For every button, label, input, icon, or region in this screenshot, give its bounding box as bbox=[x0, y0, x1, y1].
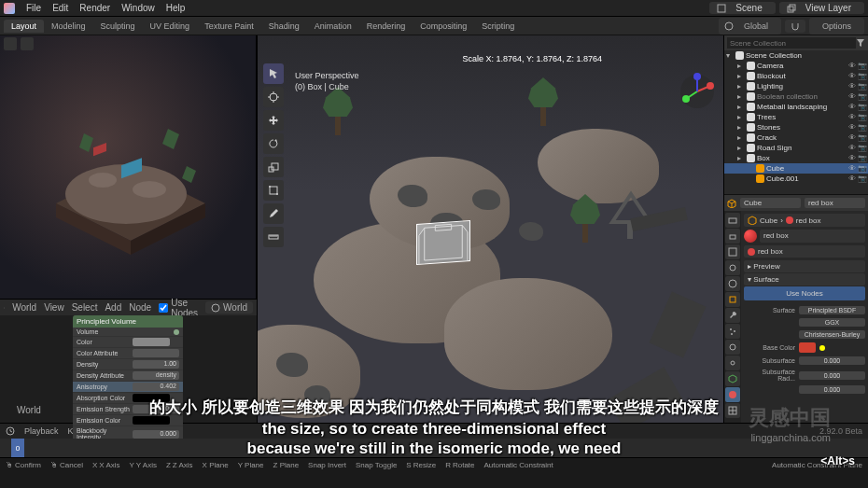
tl-playback[interactable]: Playback bbox=[24, 426, 59, 436]
outliner-item-road-sign[interactable]: ▸Road Sign👁📷 bbox=[724, 143, 868, 153]
3d-viewport[interactable]: Scale X: 1.8764, Y: 1.8764, Z: 1.8764 Us… bbox=[257, 35, 723, 423]
menu-render[interactable]: Render bbox=[74, 3, 116, 13]
ptab-material[interactable] bbox=[725, 387, 740, 402]
outliner-item-cube-001[interactable]: Cube.001👁📷 bbox=[724, 174, 868, 184]
ptab-particles[interactable] bbox=[725, 324, 740, 339]
outliner-item-trees[interactable]: ▸Trees👁📷 bbox=[724, 112, 868, 122]
material-selector[interactable]: red box bbox=[744, 245, 865, 258]
tab-compositing[interactable]: Compositing bbox=[413, 20, 474, 33]
menu-edit[interactable]: Edit bbox=[47, 3, 74, 13]
use-nodes-input[interactable] bbox=[159, 303, 168, 313]
options-dropdown[interactable]: Options bbox=[809, 18, 864, 35]
filter-icon[interactable] bbox=[856, 38, 865, 48]
world-slot[interactable]: World bbox=[205, 301, 253, 314]
menu-help[interactable]: Help bbox=[161, 3, 191, 13]
tool-select[interactable] bbox=[263, 63, 284, 84]
preview-editor-type[interactable] bbox=[4, 37, 17, 50]
shader-add[interactable]: Add bbox=[105, 302, 121, 313]
use-nodes-button[interactable]: Use Nodes bbox=[744, 286, 865, 300]
app-logo[interactable] bbox=[4, 3, 15, 14]
shader-world-btn[interactable]: World bbox=[12, 302, 36, 313]
outliner-item-boolean-collection[interactable]: ▸Boolean collection👁📷 bbox=[724, 91, 868, 102]
orientation-dropdown[interactable]: Global bbox=[719, 18, 781, 35]
active-object-name[interactable]: Cube bbox=[740, 198, 801, 208]
ptab-viewlayer[interactable] bbox=[725, 244, 740, 259]
outliner-item-crack[interactable]: ▸Crack👁📷 bbox=[724, 132, 868, 143]
outliner-item-metaball-landscaping[interactable]: ▸Metaball landscaping👁📷 bbox=[724, 102, 868, 112]
prop-sss-method[interactable]: Christensen-Burley bbox=[744, 328, 865, 341]
node-row-colorattr[interactable]: Color Attribute bbox=[73, 348, 183, 359]
ptab-world[interactable] bbox=[725, 276, 740, 291]
ptab-object[interactable] bbox=[725, 292, 740, 307]
node-row-anisotropy[interactable]: Anisotropy0.402 bbox=[73, 382, 183, 393]
tab-rendering[interactable]: Rendering bbox=[359, 20, 413, 33]
principled-volume-node[interactable]: Principled Volume Volume Color Color Att… bbox=[73, 315, 183, 453]
outliner-scene-collection[interactable]: ▾Scene Collection bbox=[724, 50, 868, 61]
ptab-data[interactable] bbox=[725, 371, 740, 386]
properties-breadcrumb[interactable]: Cube › red box bbox=[744, 214, 865, 227]
tab-sculpting[interactable]: Sculpting bbox=[93, 20, 143, 33]
node-row-color[interactable]: Color bbox=[73, 337, 183, 348]
node-row-emstrength[interactable]: Emission Strength0.000 bbox=[73, 404, 183, 415]
tab-texpaint[interactable]: Texture Paint bbox=[197, 20, 261, 33]
prop-basecolor[interactable]: Base Color bbox=[744, 341, 865, 355]
preview-viewport[interactable] bbox=[0, 35, 257, 299]
node-row-density[interactable]: Density1.00 bbox=[73, 359, 183, 370]
ptab-scene[interactable] bbox=[725, 260, 740, 275]
shader-node[interactable]: Node bbox=[129, 302, 151, 313]
material-name-field[interactable]: red box bbox=[760, 230, 865, 243]
outliner-item-blockout[interactable]: ▸Blockout👁📷 bbox=[724, 71, 868, 81]
tab-animation[interactable]: Animation bbox=[307, 20, 359, 33]
timeline-track[interactable]: 0 bbox=[0, 439, 868, 457]
tool-rotate[interactable] bbox=[263, 133, 284, 154]
tool-scale[interactable] bbox=[263, 157, 284, 177]
tab-shading[interactable]: Shading bbox=[261, 20, 307, 33]
node-row-densityattr[interactable]: Density Attributedensity bbox=[73, 370, 183, 382]
output-socket-dot[interactable] bbox=[174, 329, 179, 335]
world-icon[interactable] bbox=[4, 303, 5, 313]
prop-surface[interactable]: SurfacePrincipled BSDF bbox=[744, 304, 865, 316]
outliner[interactable]: ▾Scene Collection ▸Camera👁📷▸Blockout👁📷▸L… bbox=[724, 35, 868, 194]
nav-gizmo[interactable] bbox=[679, 73, 716, 110]
material-preview-sphere[interactable] bbox=[744, 230, 757, 243]
node-row-emcolor[interactable]: Emission Color bbox=[73, 415, 183, 426]
viewlayer-selector[interactable]: View Layer bbox=[779, 2, 864, 14]
preview-mode[interactable] bbox=[21, 37, 34, 50]
node-editor[interactable]: Principled Volume Volume Color Color Att… bbox=[0, 315, 257, 423]
tab-uv[interactable]: UV Editing bbox=[143, 20, 198, 33]
prop-subsurface[interactable]: Subsurface0.000 bbox=[744, 355, 865, 367]
prop-sss-radius[interactable]: Subsurface Rad...0.000 bbox=[744, 367, 865, 383]
outliner-item-lighting[interactable]: ▸Lighting👁📷 bbox=[724, 81, 868, 91]
ptab-physics[interactable] bbox=[725, 340, 740, 355]
tool-measure[interactable] bbox=[263, 227, 284, 247]
ptab-modifiers[interactable] bbox=[725, 308, 740, 323]
outliner-item-box[interactable]: ▸Box👁📷 bbox=[724, 153, 868, 163]
ptab-texture[interactable] bbox=[725, 403, 740, 418]
scene-selector[interactable]: Scene bbox=[709, 2, 775, 14]
tool-cursor[interactable] bbox=[263, 87, 284, 107]
active-material-name[interactable]: red box bbox=[805, 198, 865, 208]
selected-cube[interactable] bbox=[416, 220, 470, 265]
tab-scripting[interactable]: Scripting bbox=[474, 20, 522, 33]
tool-annotate[interactable] bbox=[263, 203, 284, 224]
menu-file[interactable]: File bbox=[21, 3, 47, 13]
section-preview[interactable]: ▸ Preview bbox=[744, 260, 865, 272]
section-surface[interactable]: ▾ Surface bbox=[744, 273, 865, 286]
outliner-search[interactable] bbox=[727, 37, 856, 49]
outliner-item-camera[interactable]: ▸Camera👁📷 bbox=[724, 61, 868, 71]
tool-move[interactable] bbox=[263, 110, 284, 131]
clock-icon[interactable] bbox=[6, 426, 15, 436]
tab-modeling[interactable]: Modeling bbox=[44, 20, 93, 33]
shader-view[interactable]: View bbox=[44, 302, 64, 313]
snap-toggle[interactable] bbox=[785, 20, 805, 33]
ptab-output[interactable] bbox=[725, 229, 740, 244]
shader-select[interactable]: Select bbox=[72, 302, 98, 313]
prop-sss-radius-2[interactable]: 0.000 bbox=[744, 383, 865, 396]
ptab-constraints[interactable] bbox=[725, 356, 740, 370]
outliner-item-cube[interactable]: Cube👁📷 bbox=[724, 163, 868, 174]
prop-distribution[interactable]: GGX bbox=[744, 316, 865, 328]
tool-transform[interactable] bbox=[263, 180, 284, 201]
ptab-render[interactable] bbox=[725, 213, 740, 228]
tab-layout[interactable]: Layout bbox=[4, 20, 44, 33]
outliner-item-stones[interactable]: ▸Stones👁📷 bbox=[724, 122, 868, 132]
